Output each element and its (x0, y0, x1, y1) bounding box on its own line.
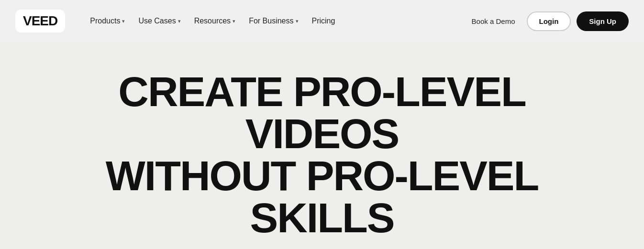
chevron-down-icon: ▾ (178, 18, 181, 24)
hero-title-line2: WITHOUT PRO-LEVEL SKILLS (106, 152, 539, 241)
book-demo-link[interactable]: Book a Demo (466, 13, 521, 29)
chevron-down-icon: ▾ (296, 18, 299, 24)
navbar: VEED Products ▾ Use Cases ▾ Resources ▾ … (0, 0, 644, 42)
navbar-right: Book a Demo Login Sign Up (466, 11, 629, 31)
nav-link-resources[interactable]: Resources ▾ (189, 13, 241, 29)
nav-link-use-cases[interactable]: Use Cases ▾ (133, 13, 186, 29)
chevron-down-icon: ▾ (122, 18, 125, 24)
chevron-down-icon: ▾ (233, 18, 235, 24)
login-button[interactable]: Login (527, 11, 571, 31)
navbar-left: VEED Products ▾ Use Cases ▾ Resources ▾ … (15, 10, 341, 32)
hero-title: CREATE PRO-LEVEL VIDEOS WITHOUT PRO-LEVE… (59, 71, 585, 239)
nav-link-products[interactable]: Products ▾ (84, 13, 131, 29)
nav-links: Products ▾ Use Cases ▾ Resources ▾ For B… (84, 13, 341, 29)
nav-link-for-business-label: For Business (249, 17, 293, 25)
nav-link-resources-label: Resources (194, 17, 231, 25)
nav-link-products-label: Products (90, 17, 120, 25)
nav-link-pricing[interactable]: Pricing (306, 13, 341, 29)
signup-button[interactable]: Sign Up (577, 11, 629, 31)
hero-title-line1: CREATE PRO-LEVEL VIDEOS (118, 68, 525, 157)
hero-section: CREATE PRO-LEVEL VIDEOS WITHOUT PRO-LEVE… (0, 42, 644, 249)
nav-link-for-business[interactable]: For Business ▾ (243, 13, 304, 29)
logo[interactable]: VEED (15, 10, 65, 32)
nav-link-use-cases-label: Use Cases (138, 17, 176, 25)
nav-link-pricing-label: Pricing (312, 17, 335, 25)
